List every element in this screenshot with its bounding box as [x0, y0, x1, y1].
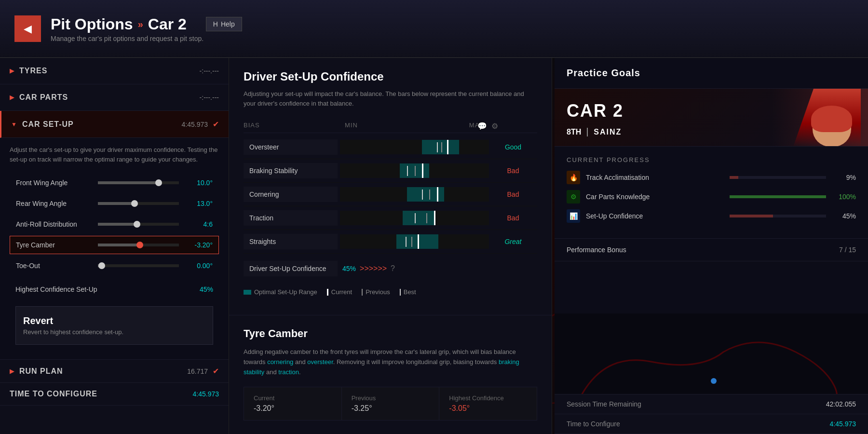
tyre-camber-row[interactable]: Tyre Camber -3.20° — [10, 236, 219, 254]
cornering-current — [437, 187, 438, 202]
middle-panel: Driver Set-Up Confidence Adjusting your … — [229, 58, 552, 434]
help-label: Help — [221, 20, 235, 28]
braking-label: Braking Stability — [244, 163, 338, 178]
car-parts-icon: ⚙ — [567, 190, 580, 203]
legend-optimal: Optimal Set-Up Range — [244, 288, 317, 296]
bias-legend: Optimal Set-Up Range Current Previous Be… — [244, 281, 537, 303]
settings-icon[interactable]: ⚙ — [491, 122, 499, 131]
anti-roll-thumb[interactable] — [134, 221, 140, 228]
tyre-compare-current: Current -3.20° — [244, 387, 342, 420]
run-plan-header[interactable]: ▶ RUN PLAN 16.717 ✔ — [0, 359, 229, 383]
car-parts-value: -:---.--- — [200, 94, 219, 101]
time-configure-left: TIME TO CONFIGURE — [10, 390, 97, 398]
session-time-remaining-label: Session Time Remaining — [567, 400, 641, 408]
anti-roll-row[interactable]: Anti-Roll Distribution 4:6 — [10, 215, 219, 233]
braking-result: Bad — [489, 164, 537, 177]
track-acclimatisation-label: Track Acclimatisation — [586, 174, 724, 181]
tyre-current-value: -3.20° — [254, 404, 332, 413]
traction-label: Traction — [244, 210, 338, 226]
rear-wing-label: Rear Wing Angle — [16, 200, 93, 207]
anti-roll-track[interactable] — [98, 223, 179, 226]
avatar-bg — [793, 89, 861, 147]
car-setup-content: Adjust the car's set-up to give your dri… — [0, 138, 229, 359]
time-configure-header[interactable]: TIME TO CONFIGURE 4:45.973 — [0, 383, 229, 406]
car-setup-desc: Adjust the car's set-up to give your dri… — [10, 145, 219, 164]
front-wing-track[interactable] — [98, 181, 179, 184]
car-parts-section-header[interactable]: ▶ CAR PARTS -:---.--- — [0, 84, 229, 111]
tyres-chevron: ▶ — [10, 68, 14, 74]
tyres-section-header[interactable]: ▶ TYRES -:---.--- — [0, 58, 229, 84]
tyres-value: -:---.--- — [200, 67, 219, 75]
cornering-bar — [340, 187, 489, 202]
time-configure-label: TIME TO CONFIGURE — [10, 390, 97, 398]
svg-point-1 — [711, 378, 717, 384]
anti-roll-fill — [98, 223, 137, 226]
bias-row-straights: Straights Great — [244, 230, 537, 254]
bias-col-label: BIAS — [244, 122, 340, 129]
tyres-header-left: ▶ TYRES — [10, 67, 47, 75]
straights-label: Straights — [244, 234, 338, 249]
toe-out-row[interactable]: Toe-Out 0.00° — [10, 257, 219, 275]
bias-row-traction: Traction Bad — [244, 206, 537, 230]
session-time-configure-row: Time to Configure 4:45.973 — [555, 414, 868, 434]
track-acclimatisation-bar — [730, 176, 826, 179]
car-setup-section-header[interactable]: ▼ CAR SET-UP 4:45.973 ✔ — [0, 111, 229, 138]
cornering-best — [422, 190, 423, 200]
session-info: Session Time Remaining 42:02.055 Time to… — [555, 394, 868, 434]
legend-previous: Previous — [362, 288, 390, 296]
session-time-configure-label: Time to Configure — [567, 420, 620, 428]
back-icon: ◀ — [24, 23, 32, 35]
car-parts-bar — [730, 195, 826, 198]
header-subtitle: Manage the car's pit options and request… — [51, 35, 242, 42]
session-time-remaining-row: Session Time Remaining 42:02.055 — [555, 394, 868, 414]
tyre-link-cornering[interactable]: cornering — [267, 358, 293, 366]
title-pit-options: Pit Options — [51, 15, 133, 33]
progress-setup-confidence: 📊 Set-Up Confidence 45% — [567, 209, 856, 223]
tyre-link-traction[interactable]: traction — [278, 368, 299, 376]
oversteer-previous — [441, 142, 442, 152]
traction-best — [415, 213, 416, 223]
braking-bar — [340, 163, 489, 178]
driver-conf-value: 45% — [342, 265, 356, 272]
revert-title: Revert — [23, 315, 205, 326]
driver-conf-row: Driver Set-Up Confidence 45% >>>>>> ? — [244, 256, 537, 281]
cornering-optimal — [407, 187, 444, 202]
rear-wing-track[interactable] — [98, 202, 179, 205]
driver-conf-arrows: >>>>>> — [360, 264, 387, 273]
tyre-camber-thumb[interactable] — [136, 242, 143, 248]
tyre-camber-value: -3.20° — [184, 241, 213, 249]
tyre-desc-part3: . Removing it will improve longitudinal … — [333, 358, 499, 366]
tyre-camber-title: Tyre Camber — [244, 327, 537, 340]
chat-icon[interactable]: 💬 — [477, 122, 488, 131]
toe-out-thumb[interactable] — [98, 262, 105, 269]
front-wing-thumb[interactable] — [155, 179, 162, 186]
legend-best-icon — [400, 289, 401, 296]
right-panel: Practice Goals CAR 2 8TH SAINZ CURRENT P… — [555, 58, 868, 434]
front-wing-angle-row[interactable]: Front Wing Angle 10.0° — [10, 174, 219, 192]
tyre-camber-track[interactable] — [98, 244, 179, 246]
avatar-helmet — [811, 106, 852, 132]
tyre-compare-best: Highest Confidence -3.05° — [439, 387, 537, 420]
tyre-best-value: -3.05° — [449, 404, 527, 413]
straights-best — [406, 237, 407, 247]
rear-wing-angle-row[interactable]: Rear Wing Angle 13.0° — [10, 194, 219, 213]
car2-driver-info: 8TH SAINZ — [567, 128, 622, 136]
toe-out-track[interactable] — [98, 264, 179, 267]
setup-confidence-fill — [730, 215, 773, 217]
straights-bar — [340, 234, 489, 249]
revert-button[interactable]: Revert Revert to highest confidence set-… — [15, 306, 213, 345]
rear-wing-thumb[interactable] — [131, 200, 138, 207]
tyre-link-oversteer[interactable]: oversteer — [307, 358, 333, 366]
front-wing-fill — [98, 181, 159, 184]
help-button[interactable]: H Help — [206, 17, 242, 31]
highest-conf-label: Highest Confidence Set-Up — [15, 285, 97, 293]
highest-conf-value: 45% — [200, 285, 213, 293]
title-car2: Car 2 — [148, 15, 187, 33]
bias-table: Oversteer Good Braking Stability — [244, 136, 537, 303]
driver-conf-help[interactable]: ? — [391, 264, 395, 273]
practice-goals-title: Practice Goals — [555, 58, 868, 89]
legend-current-label: Current — [331, 288, 352, 296]
cornering-result: Bad — [489, 188, 537, 201]
setup-confidence-icon: 📊 — [567, 209, 580, 223]
back-button[interactable]: ◀ — [14, 15, 41, 42]
